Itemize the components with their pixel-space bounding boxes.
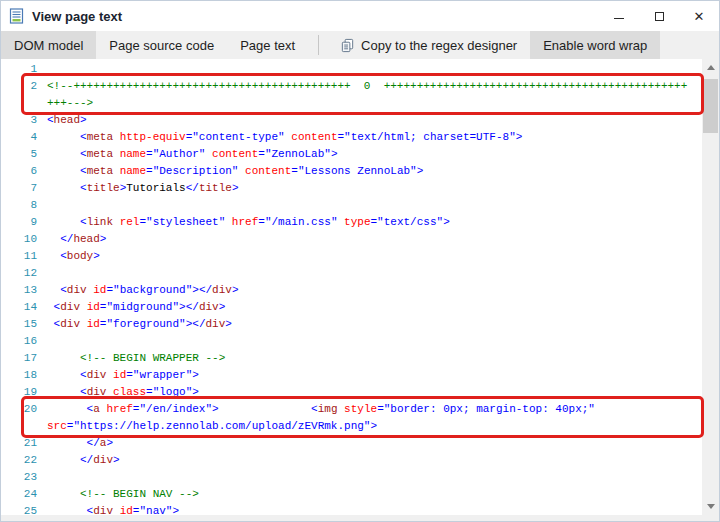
line-number: 24 (1, 486, 37, 503)
code-text: </div> (47, 454, 120, 466)
code-row: 14 <div id="midground"></div> (1, 299, 719, 316)
line-number: 8 (1, 197, 37, 214)
line-number: 17 (1, 350, 37, 367)
code-row: 23 (1, 469, 719, 486)
line-number: 23 (1, 469, 37, 486)
code-text: <!-- BEGIN WRAPPER --> (47, 352, 225, 364)
tab-page-text[interactable]: Page text (227, 31, 308, 59)
code-text: <meta http-equiv="content-type" content=… (47, 131, 522, 143)
line-number: 13 (1, 282, 37, 299)
code-text: <title>Tutorials</title> (47, 182, 239, 194)
code-text: src="https://help.zennolab.com/upload/zE… (47, 420, 377, 432)
toolbar: DOM model Page source code Page text Cop… (1, 31, 719, 59)
enable-word-wrap-button[interactable]: Enable word wrap (530, 31, 660, 59)
scroll-down-button[interactable] (702, 498, 719, 515)
line-number: 5 (1, 146, 37, 163)
line-number: 3 (1, 112, 37, 129)
code-row: 11 <body> (1, 248, 719, 265)
tab-page-source-code-label: Page source code (109, 38, 214, 53)
code-row: 22 </div> (1, 452, 719, 469)
code-row: 10 </head> (1, 231, 719, 248)
code-row: 24 <!-- BEGIN NAV --> (1, 486, 719, 503)
tab-dom-model[interactable]: DOM model (1, 31, 96, 59)
scroll-down-icon (707, 504, 715, 509)
code-viewport[interactable]: 12<!--++++++++++++++++++++++++++++++++++… (1, 59, 719, 515)
line-number: 15 (1, 316, 37, 333)
code-row: 4 <meta http-equiv="content-type" conten… (1, 129, 719, 146)
code-row: 1 (1, 61, 719, 78)
code-text: </a> (47, 437, 113, 449)
code-row: 9 <link rel="stylesheet" href="/main.css… (1, 214, 719, 231)
tab-page-source-code[interactable]: Page source code (96, 31, 227, 59)
view-page-text-window: View page text ✕ DOM model Page source c… (0, 0, 720, 522)
code-text: +++---> (47, 97, 93, 109)
code-text: </head> (47, 233, 106, 245)
enable-word-wrap-label: Enable word wrap (543, 38, 647, 53)
code-row: +++---> (1, 95, 719, 112)
code-row: 19 <div class="logo"> (1, 384, 719, 401)
page-text-icon (9, 8, 25, 24)
code-text: <meta name="Author" content="ZennoLab"> (47, 148, 338, 160)
window-title: View page text (32, 9, 122, 24)
vertical-scrollbar[interactable] (702, 59, 719, 515)
line-number: 21 (1, 435, 37, 452)
code-row: 18 <div id="wrapper"> (1, 367, 719, 384)
line-number: 22 (1, 452, 37, 469)
close-icon: ✕ (694, 10, 705, 23)
toolbar-separator (318, 35, 319, 55)
tab-dom-model-label: DOM model (14, 38, 83, 53)
code-row: 12 (1, 265, 719, 282)
code-row: 5 <meta name="Author" content="ZennoLab"… (1, 146, 719, 163)
code-row: 15 <div id="foreground"></div> (1, 316, 719, 333)
scroll-up-icon (707, 65, 715, 70)
code-text: <div id="background"></div> (47, 284, 239, 296)
code-row: 16 (1, 333, 719, 350)
line-number: 4 (1, 129, 37, 146)
line-number: 7 (1, 180, 37, 197)
close-button[interactable]: ✕ (679, 1, 719, 31)
code-row: 8 (1, 197, 719, 214)
code-row: src="https://help.zennolab.com/upload/zE… (1, 418, 719, 435)
code-row: 13 <div id="background"></div> (1, 282, 719, 299)
line-number: 18 (1, 367, 37, 384)
line-number: 1 (1, 61, 37, 78)
window-resize-strip[interactable] (1, 515, 719, 521)
line-number: 12 (1, 265, 37, 282)
code-text: <body> (47, 250, 100, 262)
line-number: 14 (1, 299, 37, 316)
code-text: <div id="midground"></div> (47, 301, 225, 313)
line-number: 25 (1, 503, 37, 515)
line-number: 16 (1, 333, 37, 350)
line-number: 2 (1, 78, 37, 95)
line-number: 9 (1, 214, 37, 231)
code-text: <!-- BEGIN NAV --> (47, 488, 199, 500)
code-row: 25 <div id="nav"> (1, 503, 719, 515)
line-number: 6 (1, 163, 37, 180)
code-rows: 12<!--++++++++++++++++++++++++++++++++++… (1, 61, 719, 515)
copy-to-regex-designer-button[interactable]: Copy to the regex designer (327, 31, 530, 59)
line-number: 10 (1, 231, 37, 248)
scrollbar-thumb[interactable] (703, 79, 718, 133)
tab-page-text-label: Page text (240, 38, 295, 53)
line-number: 20 (1, 401, 37, 418)
code-text: <head> (47, 114, 87, 126)
minimize-button[interactable] (599, 1, 639, 31)
window-controls: ✕ (599, 1, 719, 31)
code-text: <div class="logo"> (47, 386, 199, 398)
code-text: <a href="/en/index"> <img style="border:… (47, 403, 595, 415)
maximize-icon (655, 12, 664, 21)
code-text: <link rel="stylesheet" href="/main.css" … (47, 216, 450, 228)
code-row: 17 <!-- BEGIN WRAPPER --> (1, 350, 719, 367)
title-bar[interactable]: View page text ✕ (1, 1, 719, 31)
line-number: 19 (1, 384, 37, 401)
scroll-up-button[interactable] (702, 59, 719, 76)
maximize-button[interactable] (639, 1, 679, 31)
code-row: 6 <meta name="Description" content="Less… (1, 163, 719, 180)
code-text: <div id="foreground"></div> (47, 318, 232, 330)
code-text: <div id="nav"> (47, 505, 179, 515)
code-row: 21 </a> (1, 435, 719, 452)
code-text: <meta name="Description" content="Lesson… (47, 165, 423, 177)
copy-to-regex-designer-label: Copy to the regex designer (361, 38, 517, 53)
code-text: <div id="wrapper"> (47, 369, 199, 381)
code-row: 7 <title>Tutorials</title> (1, 180, 719, 197)
